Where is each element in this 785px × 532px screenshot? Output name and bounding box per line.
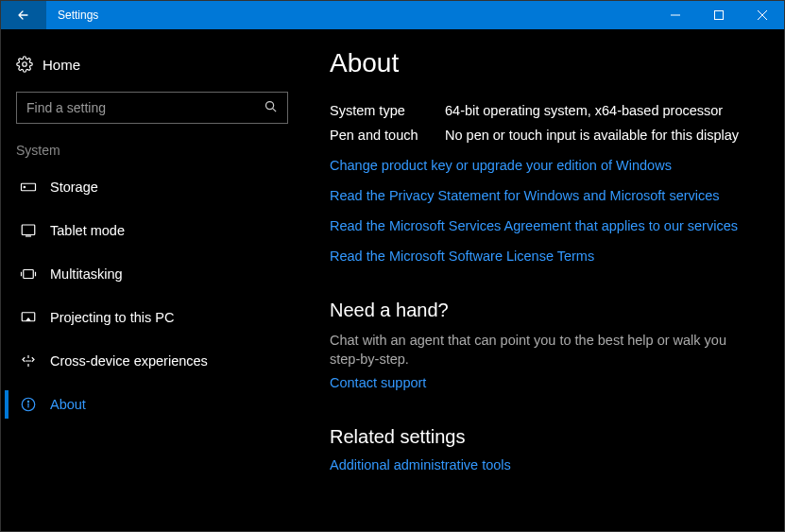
sidebar-item-storage[interactable]: Storage [1, 165, 303, 209]
search-icon [264, 99, 278, 117]
link-privacy-statement[interactable]: Read the Privacy Statement for Windows a… [330, 188, 756, 203]
sidebar-item-label: About [50, 397, 86, 412]
svg-point-2 [266, 101, 274, 109]
sidebar-item-label: Projecting to this PC [50, 310, 174, 325]
maximize-icon [714, 10, 724, 20]
window-title: Settings [46, 9, 654, 22]
back-button[interactable] [1, 1, 46, 29]
maximize-button[interactable] [697, 1, 741, 29]
sidebar-item-label: Multitasking [50, 266, 123, 282]
info-icon [20, 396, 50, 413]
svg-point-9 [27, 401, 28, 402]
sidebar-category-label: System [1, 143, 303, 165]
info-row-system-type: System type 64-bit operating system, x64… [330, 103, 756, 118]
link-contact-support[interactable]: Contact support [330, 375, 756, 390]
page-title: About [330, 48, 756, 78]
svg-point-4 [24, 186, 26, 188]
sidebar-item-label: Storage [50, 180, 98, 195]
info-key: Pen and touch [330, 128, 445, 143]
info-key: System type [330, 103, 445, 118]
gear-icon [16, 56, 43, 73]
sidebar-item-about[interactable]: About [1, 383, 303, 426]
link-admin-tools[interactable]: Additional administrative tools [330, 457, 756, 472]
search-input-container[interactable] [16, 92, 288, 124]
home-button[interactable]: Home [1, 48, 303, 80]
svg-point-1 [23, 62, 27, 67]
link-license-terms[interactable]: Read the Microsoft Software License Term… [330, 249, 756, 264]
sidebar-item-multitasking[interactable]: Multitasking [1, 252, 303, 296]
info-value: 64-bit operating system, x64-based proce… [445, 103, 723, 118]
cross-device-icon [20, 352, 50, 369]
multitasking-icon [20, 266, 50, 283]
link-change-product-key[interactable]: Change product key or upgrade your editi… [330, 158, 756, 173]
info-value: No pen or touch input is available for t… [445, 128, 739, 143]
minimize-icon [671, 10, 680, 20]
sidebar-item-cross-device[interactable]: Cross-device experiences [1, 339, 303, 383]
sidebar-item-tablet-mode[interactable]: Tablet mode [1, 209, 303, 252]
search-input[interactable] [26, 100, 264, 115]
projecting-icon [20, 309, 50, 326]
titlebar: Settings [1, 1, 784, 29]
close-button[interactable] [741, 1, 784, 29]
sidebar-item-projecting[interactable]: Projecting to this PC [1, 296, 303, 339]
svg-rect-5 [22, 225, 35, 235]
window-controls [654, 1, 784, 29]
sidebar: Home System Storage Tablet mode Mu [1, 29, 303, 531]
related-heading: Related settings [330, 426, 756, 448]
sidebar-item-label: Tablet mode [50, 223, 125, 238]
help-heading: Need a hand? [330, 300, 756, 321]
svg-rect-0 [715, 11, 724, 20]
arrow-left-icon [16, 8, 31, 23]
link-services-agreement[interactable]: Read the Microsoft Services Agreement th… [330, 218, 756, 233]
sidebar-item-label: Cross-device experiences [50, 353, 208, 369]
main-content: About System type 64-bit operating syste… [303, 29, 784, 531]
tablet-icon [20, 222, 50, 239]
storage-icon [20, 179, 50, 196]
close-icon [758, 10, 767, 20]
svg-rect-6 [24, 270, 34, 279]
home-label: Home [43, 57, 80, 73]
info-row-pen-touch: Pen and touch No pen or touch input is a… [330, 128, 756, 143]
minimize-button[interactable] [654, 1, 697, 29]
help-body-text: Chat with an agent that can point you to… [330, 331, 756, 369]
